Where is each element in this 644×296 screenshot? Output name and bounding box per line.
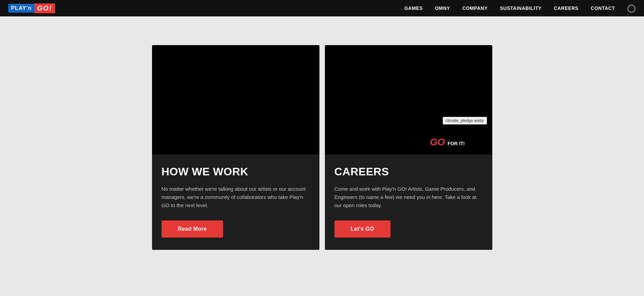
logo-playn: PLAY'n [8, 4, 35, 13]
how-we-work-title: HOW WE WORK [162, 165, 310, 178]
how-we-work-desc: No matter whether we're talking about ou… [162, 185, 310, 210]
nav-contact[interactable]: CONTACT [591, 5, 615, 11]
svg-rect-25 [152, 45, 319, 154]
site-header: PLAY'n GO! GAMES OMNY COMPANY SUSTAINABI… [0, 0, 644, 16]
nav-omny[interactable]: OMNY [435, 5, 450, 11]
careers-title: CAREERS [334, 165, 483, 178]
nav-company[interactable]: COMPANY [462, 5, 488, 11]
svg-rect-75 [325, 45, 492, 154]
nav-sustainability[interactable]: SUSTAINABILITY [500, 5, 542, 11]
careers-image: climate_pledge.webp GO FOR IT! [325, 45, 492, 154]
image-tooltip: climate_pledge.webp [443, 117, 487, 124]
careers-card: climate_pledge.webp GO FOR IT! CAREERS C… [325, 45, 492, 250]
how-we-work-body: HOW WE WORK No matter whether we're talk… [152, 154, 319, 250]
user-icon[interactable]: ◯ [627, 4, 636, 13]
lets-go-button[interactable]: Let's GO [334, 220, 390, 238]
logo-go: GO! [35, 3, 55, 13]
main-nav: GAMES OMNY COMPANY SUSTAINABILITY CAREER… [404, 4, 636, 13]
logo[interactable]: PLAY'n GO! [8, 3, 55, 13]
office-social-scene [325, 45, 492, 154]
main-content: HOW WE WORK No matter whether we're talk… [0, 18, 644, 264]
careers-desc: Come and work with Play'n GO! Artists, G… [334, 185, 483, 210]
nav-games[interactable]: GAMES [404, 5, 423, 11]
read-more-button[interactable]: Read More [162, 220, 223, 238]
office-scene [152, 45, 319, 154]
how-we-work-card: HOW WE WORK No matter whether we're talk… [152, 45, 319, 250]
go-badge: GO FOR IT! [430, 137, 465, 148]
nav-careers[interactable]: CAREERS [554, 5, 578, 11]
how-we-work-image [152, 45, 319, 154]
careers-body: CAREERS Come and work with Play'n GO! Ar… [325, 154, 492, 250]
